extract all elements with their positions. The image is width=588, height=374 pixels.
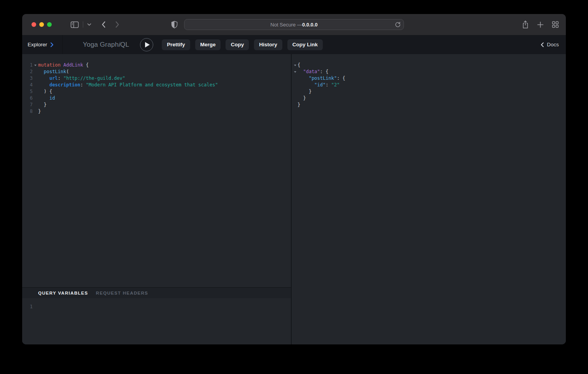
line-number: 5 [22,88,33,95]
code-line: { [292,62,566,68]
window-controls [32,22,52,27]
sidebar-icon [70,21,79,28]
fold-toggle-icon[interactable] [34,65,37,66]
line-number: 1 [22,62,33,68]
code-line: 8} [22,108,291,115]
code-text: postLink( [38,68,69,75]
play-icon [145,42,150,47]
code-text: } [38,102,47,108]
code-line: 1mutation AddLink { [22,62,291,68]
toolbar-button-merge[interactable]: Merge [195,39,221,50]
new-tab-button[interactable] [537,21,544,28]
code-text: url: "http://the-guild.dev" [38,75,125,82]
code-text: mutation AddLink { [38,62,89,68]
chevron-right-icon [115,21,119,28]
security-label: Not Secure — [270,22,302,28]
tab-overview-button[interactable] [552,21,559,28]
sidebar-dropdown-button[interactable] [87,23,91,26]
url-host: 0.0.0.0 [302,22,318,28]
code-line: 7 } [22,102,291,108]
tab-overview-icon [552,21,559,28]
code-line: 4 description: "Modern API Platform and … [22,82,291,88]
address-bar[interactable]: Not Secure — 0.0.0.0 [184,19,404,30]
fold-toggle-icon[interactable] [294,71,296,73]
minimize-window-button[interactable] [39,22,44,27]
code-line: } [292,95,566,102]
chevron-left-icon [541,42,544,47]
line-number: 1 [22,304,33,310]
share-button[interactable] [522,20,529,29]
toolbar-button-prettify[interactable]: Prettify [162,39,190,50]
code-text: "data": { [298,68,329,75]
chevron-left-icon [102,21,106,28]
browser-window: Not Secure — 0.0.0.0 [22,14,566,344]
line-number: 3 [22,75,33,82]
main-content: 1mutation AddLink {2 postLink(3 url: "ht… [22,54,566,344]
code-line: } [292,102,566,108]
fold-gutter [292,71,298,73]
variables-tab-query-variables[interactable]: QUERY VARIABLES [38,291,88,295]
code-text: } [298,102,300,108]
code-line: } [292,88,566,95]
plus-icon [537,21,544,28]
code-line: "data": { [292,68,566,75]
left-pane: 1mutation AddLink {2 postLink(3 url: "ht… [22,54,291,344]
response-viewer[interactable]: { "data": { "postLink": { "id": "2" } }} [292,54,566,344]
code-line: 6 id [22,95,291,102]
back-button[interactable] [102,21,106,28]
variables-tab-request-headers[interactable]: REQUEST HEADERS [96,291,149,295]
explorer-label: Explorer [28,42,47,47]
line-number: 4 [22,82,33,88]
code-line: 2 postLink( [22,68,291,75]
chevron-down-icon [87,23,91,26]
chevron-right-icon [50,42,54,47]
toolbar-buttons: PrettifyMergeCopyHistoryCopy Link [162,39,323,50]
navigation-controls [70,21,119,28]
sidebar-toggle-button[interactable] [70,21,79,28]
reload-button[interactable] [395,22,401,28]
code-text: id [38,95,55,102]
code-text: "id": "2" [298,82,340,88]
fold-gutter [292,65,298,66]
graphiql-toolbar: Explorer Yoga GraphiQL PrettifyMergeCopy… [22,35,566,54]
close-window-button[interactable] [32,22,36,27]
execute-query-button[interactable] [140,38,153,51]
code-text: "postLink": { [298,75,345,82]
line-number: 8 [22,108,33,115]
toolbar-button-copy[interactable]: Copy [226,39,249,50]
divider [62,35,63,54]
variables-tab-bar: QUERY VARIABLESREQUEST HEADERS [22,287,291,298]
code-text: ) { [38,88,52,95]
query-editor[interactable]: 1mutation AddLink {2 postLink(3 url: "ht… [22,54,291,287]
variables-editor[interactable]: 1 [22,298,291,344]
code-text: } [38,108,41,115]
toolbar-button-history[interactable]: History [254,39,282,50]
fold-toggle-icon[interactable] [294,65,296,66]
page-title: Yoga GraphiQL [83,41,129,49]
browser-actions [522,20,559,29]
code-line: "postLink": { [292,75,566,82]
privacy-report-button[interactable] [171,21,178,28]
code-text: { [298,62,300,68]
docs-label: Docs [547,42,559,47]
forward-button[interactable] [115,21,119,28]
code-text: description: "Modern API Platform and ec… [38,82,218,88]
zoom-window-button[interactable] [47,22,52,27]
code-line: 5 ) { [22,88,291,95]
explorer-toggle-button[interactable]: Explorer [22,42,62,47]
fold-gutter [33,65,38,66]
reload-icon [395,22,401,28]
line-number: 7 [22,102,33,108]
code-text: } [298,88,312,95]
divider [83,21,83,28]
shield-icon [171,21,178,28]
browser-toolbar: Not Secure — 0.0.0.0 [22,14,566,35]
line-number: 2 [22,68,33,75]
toolbar-button-copy-link[interactable]: Copy Link [287,39,323,50]
share-icon [522,20,529,29]
code-line: "id": "2" [292,82,566,88]
code-text: } [298,95,306,102]
code-line: 3 url: "http://the-guild.dev" [22,75,291,82]
line-number: 6 [22,95,33,102]
docs-button[interactable]: Docs [541,42,559,47]
